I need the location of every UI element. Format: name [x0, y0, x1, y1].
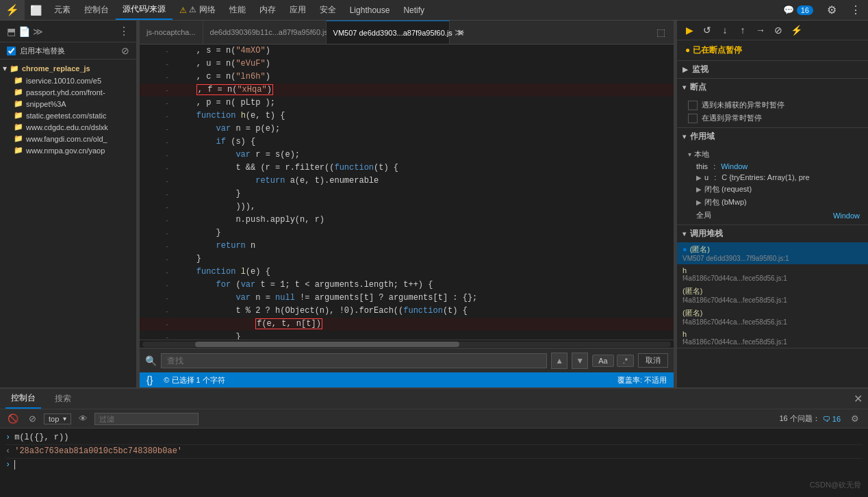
issues-button[interactable]: 💬 16: [776, 5, 820, 15]
console-content[interactable]: › m(l({}, r)) ‹ '28a3c763eab81a0010c5bc7…: [0, 429, 868, 497]
list-item[interactable]: 📁 snippet%3A: [0, 98, 136, 110]
call-stack-item[interactable]: (匿名) f4a8186c70d44ca...fece58d56.js:1: [677, 306, 868, 328]
step-over-button[interactable]: ↺: [699, 22, 715, 38]
sidebar-menu-icon[interactable]: ⋮: [118, 25, 129, 38]
pause-on-exceptions-icon[interactable]: ⊘: [25, 411, 40, 426]
settings-icon[interactable]: ⚙: [820, 3, 843, 16]
find-input[interactable]: [161, 353, 547, 368]
menu-elements[interactable]: 元素: [47, 0, 77, 20]
tab-item-3[interactable]: VM507 de6dd3903...a87f9a95f60.js ✕: [327, 21, 450, 44]
sidebar-nav-icon[interactable]: ⬒: [7, 26, 16, 37]
clear-console-icon[interactable]: 🚫: [5, 411, 21, 426]
menu-netify[interactable]: Netify: [396, 0, 431, 20]
call-stack-header[interactable]: ▾ 调用堆栈: [677, 225, 868, 242]
menu-network[interactable]: ⚠⚠ 网络: [173, 0, 222, 20]
resume-button[interactable]: ▶: [681, 22, 698, 38]
scope-u-row[interactable]: ▶ u : C {tryEntries: Array(1), pre: [696, 172, 860, 183]
console-cursor[interactable]: [14, 460, 863, 470]
scope-this-key: this: [696, 162, 708, 170]
step-button[interactable]: →: [752, 22, 769, 38]
console-tab-search[interactable]: 搜索: [49, 389, 77, 409]
editor-status-bar: {} © 已选择 1 个字符 覆盖率: 不适用: [140, 372, 674, 387]
menu-sources[interactable]: 源代码/来源: [116, 0, 173, 20]
dont-pause-on-exceptions-button[interactable]: ⚡: [788, 22, 804, 38]
breakpoint-checkbox[interactable]: [688, 114, 698, 123]
console-settings-icon[interactable]: ⚙: [847, 411, 863, 426]
step-into-button[interactable]: ↓: [717, 22, 733, 38]
code-line: - }: [140, 188, 674, 201]
split-editor-icon[interactable]: ⬚: [653, 25, 668, 40]
scope-closure-bMwp-arrow-icon: ▶: [696, 199, 702, 206]
call-stack-item[interactable]: (匿名) f4a8186c70d44ca...fece58d56.js:1: [677, 284, 868, 306]
code-editor[interactable]: - , s = n("4mXO") - , u = n("eVuF") - , …: [140, 44, 674, 340]
log-level-selector[interactable]: top ▾: [44, 413, 71, 424]
find-options: Aa .*: [592, 355, 634, 367]
call-stack-item[interactable]: ●(匿名) VM507 de6dd3903...7f9a95f60.js:1: [677, 242, 868, 264]
call-stack-item[interactable]: h f4a8186c70d44ca...fece58d56.js:1: [677, 328, 868, 348]
code-line: - var n = p(e);: [140, 123, 674, 136]
code-line: - t && (r = r.filter((function(t) {: [140, 162, 674, 175]
menu-performance[interactable]: 性能: [222, 0, 253, 20]
tab-close-button[interactable]: ✕: [457, 27, 465, 38]
breakpoint-item[interactable]: 遇到未捕获的异常时暂停: [685, 99, 860, 112]
menu-application[interactable]: 应用: [283, 0, 313, 20]
local-overrides-label: 启用本地替换: [20, 46, 65, 56]
clear-overrides-icon[interactable]: ⊘: [121, 45, 129, 56]
menu-lighthouse[interactable]: Lighthouse: [343, 0, 397, 20]
menu-security[interactable]: 安全: [313, 0, 343, 20]
sidebar-more-icon[interactable]: ≫: [33, 26, 43, 37]
scope-local-arrow-icon: ▾: [688, 151, 691, 158]
scope-content: ▾ 本地 this : Window ▶ u : C {t: [677, 145, 868, 225]
console-input-prompt: ›: [5, 433, 10, 442]
menu-memory[interactable]: 内存: [253, 0, 283, 20]
console-tab-console[interactable]: 控制台: [5, 389, 41, 409]
h-scroll-thumb[interactable]: [195, 342, 459, 347]
tab-item-1[interactable]: js-nocaptcha...: [140, 21, 203, 44]
console-prompt-icon: ›: [5, 460, 10, 470]
list-item[interactable]: 📁 passport.yhd.com/front-: [0, 86, 136, 98]
local-overrides-checkbox[interactable]: [7, 47, 16, 55]
sidebar-page-icon[interactable]: 📄: [18, 26, 30, 37]
menu-console[interactable]: 控制台: [77, 0, 116, 20]
list-item[interactable]: 📁 www.fangdi.com.cn/old_: [0, 133, 136, 144]
find-next-button[interactable]: ▼: [572, 353, 588, 369]
scope-header[interactable]: ▾ 作用域: [677, 128, 868, 145]
scope-local-header[interactable]: ▾ 本地: [688, 148, 860, 161]
code-line: - var r = s(e);: [140, 149, 674, 162]
call-stack-title: 调用堆栈: [690, 228, 723, 240]
list-item[interactable]: 📁 www.cdgdc.edu.cn/dslxk: [0, 121, 136, 133]
tab-item-2[interactable]: de6dd390369b11c...a87f9a95f60.js: [203, 21, 327, 44]
console-close-icon[interactable]: ✕: [854, 392, 863, 405]
call-stack-file: VM507 de6dd3903...7f9a95f60.js:1: [682, 255, 863, 262]
scope-closure-request-row[interactable]: ▶ 闭包 (request): [696, 183, 860, 196]
more-icon[interactable]: ⋮: [843, 3, 868, 16]
console-filter-input[interactable]: [94, 413, 199, 425]
list-item[interactable]: 📁 www.nmpa.gov.cn/yaop: [0, 144, 136, 156]
panel-layout-icon[interactable]: ⬜: [25, 0, 47, 20]
find-regex-button[interactable]: .*: [617, 355, 634, 367]
h-scroll-area[interactable]: [140, 340, 674, 348]
find-matchcase-button[interactable]: Aa: [592, 355, 613, 367]
deactivate-breakpoints-button[interactable]: ⊘: [770, 22, 787, 38]
breakpoint-item[interactable]: 在遇到异常时暂停: [685, 112, 860, 125]
breakpoint-checkbox[interactable]: [688, 101, 698, 110]
breakpoints-header[interactable]: ▾ 断点: [677, 79, 868, 96]
tree-root[interactable]: ▾ 📁 chrome_replace_js: [0, 62, 136, 75]
console-line[interactable]: ›: [5, 459, 863, 472]
folder-expand-icon: ▾: [3, 64, 7, 73]
find-cancel-button[interactable]: 取消: [638, 353, 668, 368]
list-item[interactable]: 📁 static.geetest.com/static: [0, 110, 136, 121]
tabs-bar: js-nocaptcha... de6dd390369b11c...a87f9a…: [140, 21, 674, 44]
devtools-icon[interactable]: ⚡: [0, 0, 25, 20]
call-stack-item[interactable]: h f4a8186c70d44ca...fece58d56.js:1: [677, 264, 868, 284]
scope-closure-bMwp-row[interactable]: ▶ 闭包 (bMwp): [696, 196, 860, 209]
step-out-button[interactable]: ↑: [735, 22, 751, 38]
find-prev-button[interactable]: ▲: [551, 353, 567, 369]
h-scroll-track[interactable]: [142, 342, 671, 347]
list-item[interactable]: 📁 iservice.10010.com/e5: [0, 75, 136, 86]
watch-header[interactable]: ▶ 监视: [677, 61, 868, 78]
call-stack-section: ▾ 调用堆栈 ●(匿名) VM507 de6dd3903...7f9a95f60…: [677, 225, 868, 348]
scope-closure-arrow-icon: ▶: [696, 186, 702, 193]
show-hide-icon[interactable]: 👁: [75, 411, 90, 426]
console-output-text: '28a3c763eab81a0010c5bc748380b0ae': [14, 446, 863, 456]
